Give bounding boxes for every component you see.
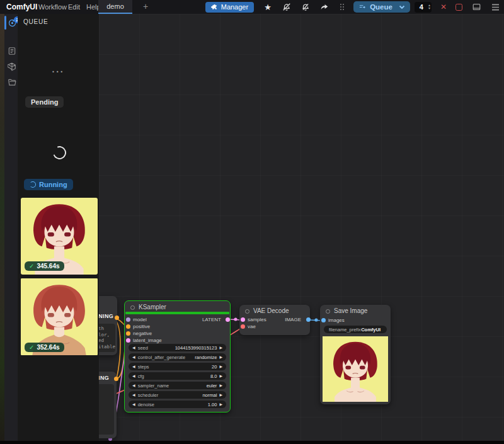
batch-count-stepper[interactable]: 4 ▴ ▾ [415,2,432,13]
chevron-down-icon[interactable] [399,4,405,9]
queue-panel: QUEUE ··· Pending Running ✓ 345.64s ✓ 35… [18,14,99,441]
decrement-icon[interactable]: ◀ [132,344,135,351]
latent-output-dot[interactable] [226,317,230,322]
positive-input-dot[interactable] [126,324,130,329]
batch-count-value[interactable]: 4 [415,3,428,11]
ellipsis-menu-icon[interactable]: ··· [18,67,99,77]
queue-result-image-1[interactable]: ✓ 345.64s [21,198,98,275]
node-title: VAE Decode [253,307,289,314]
app-logo[interactable]: ComfyUI [6,0,37,14]
sampling-progress-bar [125,312,229,314]
manager-button-label: Manager [221,3,248,11]
node-title: KSampler [139,304,166,310]
stop-button[interactable] [455,4,462,11]
duration-badge: ✓ 352.64s [25,343,64,352]
loading-spinner-icon [51,144,69,162]
decrement-icon[interactable]: ◀ [132,382,135,389]
node-title: Save Image [334,307,367,314]
comfyui-window: ComfyUI Workflow Edit Help demo + Manage… [0,0,504,444]
sidebar-item-logs[interactable] [6,45,18,57]
running-section-label: Running [24,179,73,190]
hamburger-menu-icon[interactable] [490,2,500,12]
manager-button[interactable]: Manager [205,2,254,13]
decrement-icon[interactable]: ◀ [132,372,135,380]
node-ksampler[interactable]: KSampler model positive negative latent_… [124,300,231,413]
samples-input-dot[interactable] [241,317,245,322]
menu-edit[interactable]: Edit [68,0,80,14]
node-clip-text-encode-positive[interactable]: RUNNING thlor,editable [99,296,117,355]
conditioning-output-dot[interactable] [115,316,119,320]
check-icon: ✓ [29,263,34,270]
widget-seed[interactable]: ◀ seed 1044153990315123 ▶ [129,344,226,351]
image-output-dot[interactable] [306,317,311,322]
widget-denoise[interactable]: ◀ denoise 1.00 ▶ [129,401,226,408]
bell-slash-alt-icon[interactable] [301,2,311,12]
queue-button[interactable]: Queue [353,1,410,13]
widget-control-after-generate[interactable]: ◀ control_after_generate randomize ▶ [129,353,226,361]
duration-badge: ✓ 345.64s [25,261,64,271]
widget-sampler-name[interactable]: ◀ sampler_name euler ▶ [129,382,226,389]
check-icon: ✓ [29,344,34,351]
decrement-icon[interactable]: ◀ [132,401,135,408]
decrement-icon[interactable]: ◀ [132,391,135,399]
node-running-badge: RUNNING [99,375,109,381]
node-vae-decode[interactable]: VAE Decode samples vae IMAGE [239,305,310,335]
clear-queue-button[interactable]: ✕ [440,3,447,11]
new-workflow-tab-button[interactable]: + [137,0,154,14]
star-icon[interactable]: ★ [263,2,273,12]
decrement-icon[interactable]: ◀ [132,363,135,370]
step-down-icon[interactable]: ▾ [428,7,430,10]
queue-result-image-2[interactable]: ✓ 352.64s [21,278,98,356]
menu-workflow[interactable]: Workflow [38,0,67,14]
workflow-tab-demo[interactable]: demo [98,0,132,14]
negative-input-dot[interactable] [126,331,130,336]
queue-button-label: Queue [370,3,392,11]
sidebar-item-workflows[interactable] [6,77,18,88]
puzzle-icon [211,4,218,11]
vae-input-dot[interactable] [241,324,245,329]
window-bottom-edge [0,441,504,444]
increment-icon[interactable]: ▶ [219,391,222,399]
increment-icon[interactable]: ▶ [219,363,222,370]
sidebar-item-queue[interactable]: 2 [6,17,18,28]
conditioning-output-dot[interactable] [114,377,118,381]
drag-handle-icon[interactable] [337,2,347,12]
latent-image-input-dot[interactable] [126,338,130,343]
widget-filename-prefix[interactable]: filename_prefix ComfyUI [324,326,387,333]
node-save-image[interactable]: Save Image images filename_prefix ComfyU… [320,305,391,404]
queue-list-icon [358,4,366,11]
widget-scheduler[interactable]: ◀ scheduler normal ▶ [129,391,226,399]
increment-icon[interactable]: ▶ [219,372,222,380]
desktop-wallpaper-strip [0,14,4,441]
sidebar-rail: 2 [4,14,18,441]
increment-icon[interactable]: ▶ [219,344,222,351]
bell-slash-icon[interactable] [282,2,292,12]
running-spinner-icon [30,181,36,188]
node-graph-canvas[interactable]: RUNNING thlor,editable RUNNING KSampler … [99,14,504,441]
widget-steps[interactable]: ◀ steps 20 ▶ [129,363,226,370]
increment-icon[interactable]: ▶ [219,401,222,408]
collapse-toggle-icon[interactable] [130,305,135,310]
share-arrow-icon[interactable] [319,2,329,12]
increment-icon[interactable]: ▶ [219,382,222,389]
images-input-dot[interactable] [321,318,326,322]
model-input-dot[interactable] [126,317,130,322]
decrement-icon[interactable]: ◀ [132,353,135,361]
queue-panel-title: QUEUE [23,18,49,25]
pending-section-label: Pending [25,96,64,108]
sidebar-item-model-library[interactable] [6,61,18,72]
saved-image-preview[interactable] [323,336,388,402]
prompt-textarea[interactable] [99,384,114,435]
bottom-panel-toggle-icon[interactable] [471,2,481,12]
collapse-toggle-icon[interactable] [326,309,330,314]
collapse-toggle-icon[interactable] [245,309,249,314]
node-clip-text-encode-negative[interactable]: RUNNING [99,372,117,438]
node-running-badge: RUNNING [99,313,113,319]
increment-icon[interactable]: ▶ [219,353,222,361]
widget-cfg[interactable]: ◀ cfg 8.0 ▶ [129,372,226,380]
menubar: ComfyUI Workflow Edit Help demo + Manage… [0,0,504,14]
